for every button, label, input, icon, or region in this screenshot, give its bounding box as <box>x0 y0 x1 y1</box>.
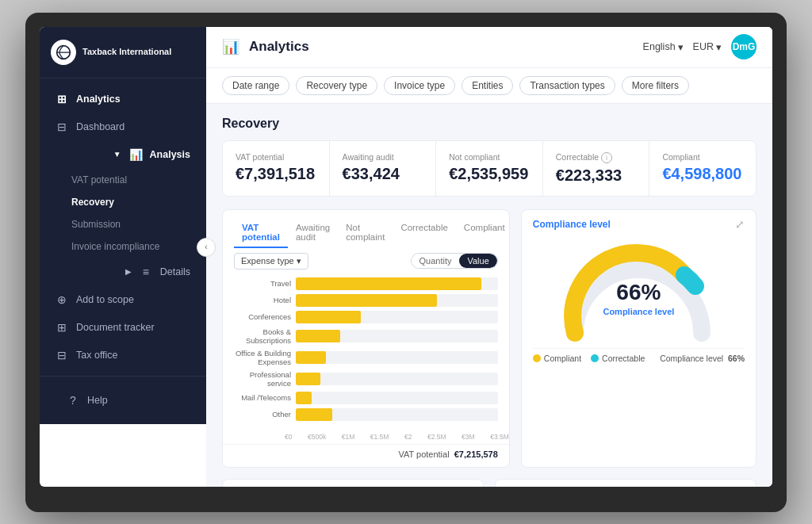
analysis-submenu: VAT potential Recovery Submission Invoic… <box>40 169 206 258</box>
tab-vat-potential[interactable]: VAT potential <box>234 218 288 248</box>
filters-bar: Date range Recovery type Invoice type En… <box>206 68 772 104</box>
kpi-correctable: Correctable i €223,333 <box>543 141 650 196</box>
logo: Taxback International <box>40 27 206 78</box>
filter-invoice-type[interactable]: Invoice type <box>384 76 455 95</box>
filter-more-filters[interactable]: More filters <box>622 76 689 95</box>
gauge-legend: Compliant Correctable Compliance level 6… <box>533 348 745 368</box>
expand-right-chart-icon[interactable]: ⤢ <box>735 218 745 231</box>
topbar: 📊 Analytics English ▾ EUR ▾ DmG <box>206 27 772 68</box>
sidebar-item-tax-office[interactable]: ⊟ Tax office <box>44 342 201 369</box>
dashboard-icon: ⊟ <box>56 120 68 133</box>
gauge-area: 66% Compliance level Compliant <box>522 234 756 376</box>
language-selector[interactable]: English ▾ <box>643 41 684 53</box>
analysis-icon: 📊 <box>129 148 142 161</box>
compliance-footer: Compliance level 66% <box>660 354 745 363</box>
gauge-percent: 66% <box>603 280 674 305</box>
kpi-vat-potential: VAT potential €7,391,518 <box>223 141 330 196</box>
chart-tabs-left: VAT potential Awaiting audit Not complai… <box>234 218 510 248</box>
expand-icon: ▼ <box>113 150 121 159</box>
kpi-awaiting-audit: Awaiting audit €33,424 <box>330 141 437 196</box>
avatar[interactable]: DmG <box>731 34 756 59</box>
kpi-not-compliant: Not compliant €2,535,959 <box>436 141 543 196</box>
sidebar-item-invoice-incompliance[interactable]: Invoice incompliance <box>71 235 206 258</box>
correctable-dot <box>591 354 599 362</box>
sidebar-collapse-button[interactable]: ‹ <box>197 238 216 257</box>
quantity-value-toggle[interactable]: Quantity Value <box>411 253 498 269</box>
page-title: Analytics <box>249 39 634 55</box>
logo-icon <box>51 40 76 65</box>
sidebar-item-add-scope[interactable]: ⊕ Add to scope <box>44 286 201 313</box>
help-icon: ? <box>67 394 79 407</box>
currency-chevron-icon: ▾ <box>716 41 722 53</box>
tab-correctable[interactable]: Correctable <box>393 218 455 248</box>
currency-selector[interactable]: EUR ▾ <box>693 41 722 53</box>
kpi-compliant: Compliant €4,598,800 <box>649 141 756 196</box>
analytics-icon: ⊞ <box>56 93 68 105</box>
sidebar-item-details[interactable]: ▶ ≡ Details <box>44 258 201 285</box>
sidebar-item-dashboard[interactable]: ⊟ Dashboard <box>44 113 201 140</box>
tab-not-complaint[interactable]: Not complaint <box>338 218 393 248</box>
details-expand-icon: ▶ <box>125 267 132 276</box>
filter-date-range[interactable]: Date range <box>222 76 289 95</box>
sidebar-item-document-tracker[interactable]: ⊞ Document tracker <box>44 314 201 341</box>
gauge-chart: 66% Compliance level <box>559 242 718 345</box>
compliance-title: Compliance level <box>533 219 611 230</box>
bar-chart: Travel Hotel Conferences Books & Subscri… <box>223 274 509 431</box>
expense-type-dropdown[interactable]: Expense type ▾ <box>234 253 308 270</box>
chart-left-footer: VAT potential €7,215,578 <box>223 444 509 467</box>
kpi-row: VAT potential €7,391,518 Awaiting audit … <box>222 140 756 197</box>
tab-compliant[interactable]: Compliant <box>456 218 510 248</box>
topbar-chart-icon: 📊 <box>222 38 239 55</box>
section-title: Recovery <box>222 117 756 131</box>
lang-chevron-icon: ▾ <box>678 41 684 53</box>
chart-compliance-level: Compliance level ⤢ <box>521 209 756 468</box>
chart-vat-potential: VAT potential Awaiting audit Not complai… <box>222 209 510 468</box>
sidebar-item-analysis[interactable]: ▼ 📊 Analysis <box>44 141 201 168</box>
legend-correctable: Correctable <box>591 354 645 363</box>
tab-awaiting-audit[interactable]: Awaiting audit <box>288 218 338 248</box>
sidebar-footer: ? Help <box>40 376 206 424</box>
toggle-quantity[interactable]: Quantity <box>412 254 460 268</box>
toggle-value[interactable]: Value <box>459 254 496 268</box>
legend-compliant: Compliant <box>533 354 581 363</box>
filter-entities[interactable]: Entities <box>462 76 513 95</box>
tax-office-icon: ⊟ <box>56 349 68 361</box>
details-icon: ≡ <box>140 266 152 278</box>
sidebar-item-vat-potential[interactable]: VAT potential <box>71 169 206 191</box>
filter-transaction-types[interactable]: Transaction types <box>519 76 615 95</box>
compliant-dot <box>533 354 541 362</box>
doc-tracker-icon: ⊞ <box>56 321 68 334</box>
logo-text: Taxback International <box>82 47 171 57</box>
sidebar-item-help[interactable]: ? Help <box>56 387 190 414</box>
sidebar-item-submission[interactable]: Submission <box>71 213 206 235</box>
sidebar-item-recovery[interactable]: Recovery <box>71 191 206 213</box>
add-scope-icon: ⊕ <box>56 293 68 306</box>
filter-recovery-type[interactable]: Recovery type <box>296 76 377 95</box>
x-axis: €0 €500k €1M €1.5M €2 €2.5M €3M €3.5M <box>223 431 509 444</box>
chart-bottom-right: VAT potential Awaiting audit Not complai… <box>495 479 756 487</box>
chart-ineligible-spend: Ineligible spend ⤢ 4% <box>222 479 484 487</box>
sidebar-item-analytics[interactable]: ⊞ Analytics <box>44 86 201 113</box>
gauge-sublabel: Compliance level <box>603 307 674 316</box>
content-area: Recovery VAT potential €7,391,518 Awaiti… <box>206 104 772 487</box>
correctable-info-icon[interactable]: i <box>601 152 612 163</box>
